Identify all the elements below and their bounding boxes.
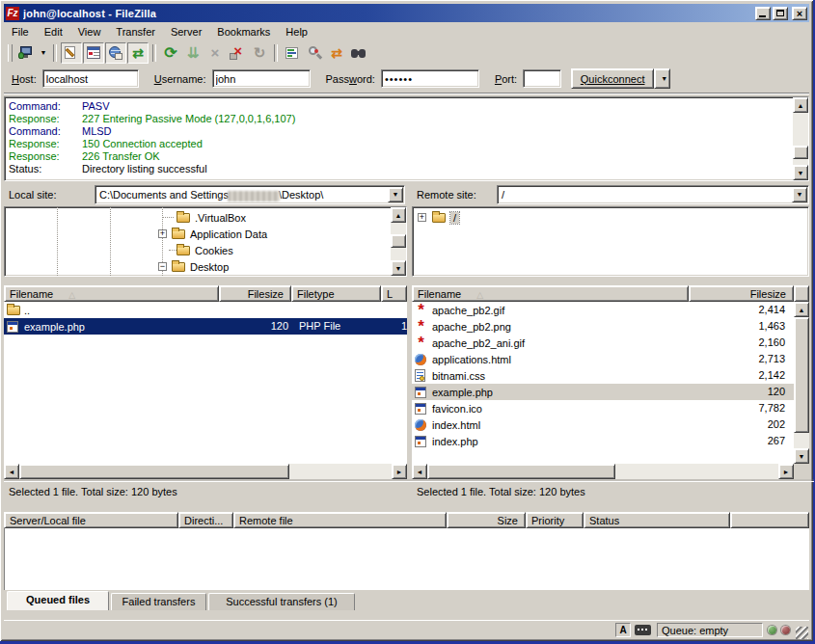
toggle-remote-tree-button[interactable] (105, 42, 126, 64)
log-scrollbar[interactable]: ▲ ▼ (793, 97, 808, 180)
local-col-filesize[interactable]: Filesize (219, 285, 291, 302)
remote-row[interactable]: * apache_pb2.gif 2,414 (412, 302, 794, 318)
queue-col-priority[interactable]: Priority (526, 512, 584, 528)
disconnect-button[interactable]: × (227, 42, 248, 64)
local-path-suffix: \Desktop\ (279, 189, 323, 201)
toggle-transfer-queue-button[interactable]: ⇄ (127, 42, 149, 64)
remote-row[interactable]: bitnami.css 2,142 (412, 367, 794, 384)
port-label: Port: (495, 73, 517, 85)
local-tree-scrollbar[interactable]: ▲ ▼ (391, 207, 406, 276)
file-name: apache_pb2.png (432, 321, 511, 333)
queue-col-status[interactable]: Status (584, 512, 730, 528)
local-row-parent-dir[interactable]: .. (4, 302, 407, 318)
scroll-thumb[interactable] (793, 146, 808, 159)
local-site-dropdown[interactable]: ▼ (388, 187, 403, 202)
queue-col-remote-file[interactable]: Remote file (233, 512, 447, 528)
scroll-left-button[interactable]: ◄ (4, 464, 19, 479)
menu-server[interactable]: Server (163, 24, 209, 40)
menu-edit[interactable]: Edit (37, 24, 70, 40)
tree-item-application-data[interactable]: + Application Data (158, 226, 267, 242)
cancel-button[interactable]: × (204, 42, 226, 64)
scroll-thumb[interactable] (427, 464, 615, 479)
remote-row[interactable]: index.html 202 (412, 416, 794, 433)
remote-hscrollbar[interactable]: ◄ ► (412, 464, 794, 479)
site-manager-dropdown[interactable]: ▼ (38, 42, 49, 64)
scroll-up-button[interactable]: ▲ (794, 302, 809, 317)
speed-limits-icon[interactable] (635, 625, 651, 635)
remote-row[interactable]: index.php 267 (412, 433, 794, 449)
local-col-filetype[interactable]: Filetype (291, 285, 381, 302)
scroll-up-button[interactable]: ▲ (793, 97, 808, 113)
toolbar-grip[interactable] (8, 44, 13, 62)
toggle-message-log-button[interactable] (61, 42, 82, 64)
scroll-down-button[interactable]: ▼ (793, 165, 808, 180)
scroll-left-button[interactable]: ◄ (412, 464, 427, 479)
remote-row-example-php[interactable]: example.php 120 (412, 384, 794, 400)
scroll-down-button[interactable]: ▼ (391, 260, 406, 276)
tree-item-root[interactable]: + / (418, 209, 459, 226)
process-queue-button[interactable]: ⇊ (182, 42, 204, 64)
menu-help[interactable]: Help (278, 24, 315, 40)
minimize-button[interactable] (755, 7, 771, 20)
quickconnect-button[interactable]: Quickconnect (571, 68, 654, 89)
password-input[interactable] (381, 69, 479, 88)
host-input[interactable] (42, 69, 139, 88)
remote-row[interactable]: * apache_pb2_ani.gif 2,160 (412, 335, 794, 351)
remote-col-filename[interactable]: Filename△ (412, 285, 689, 302)
close-button[interactable]: × (792, 7, 807, 20)
menu-bookmarks[interactable]: Bookmarks (209, 24, 278, 40)
resize-grip[interactable] (796, 627, 808, 639)
tree-item-desktop[interactable]: − Desktop (158, 258, 229, 275)
menu-view[interactable]: View (70, 24, 109, 40)
remote-site-combo[interactable]: / ▼ (497, 185, 809, 204)
tree-expander-minus[interactable]: − (158, 262, 167, 271)
local-row-example-php[interactable]: example.php 120 PHP File 1 (4, 318, 407, 335)
remote-col-filesize[interactable]: Filesize (689, 285, 794, 302)
username-input[interactable] (212, 69, 311, 88)
menu-transfer[interactable]: Transfer (108, 24, 163, 40)
filter-button[interactable] (282, 42, 303, 64)
local-site-combo[interactable]: C:\Documents and Settings\Desktop\ ▼ (95, 185, 405, 204)
local-col-filename[interactable]: Filename△ (4, 285, 219, 302)
site-manager-button[interactable] (15, 42, 37, 64)
menu-file[interactable]: File (4, 24, 37, 40)
synchronized-browsing-button[interactable]: ⇄ (326, 42, 347, 64)
local-col-lastmodified[interactable]: L (381, 285, 407, 302)
scroll-right-button[interactable]: ► (392, 464, 407, 479)
tree-expander-plus[interactable]: + (418, 213, 426, 222)
remote-row[interactable]: favicon.ico 7,782 (412, 400, 794, 416)
local-hscrollbar[interactable]: ◄ ► (4, 464, 407, 479)
tree-item-label: Desktop (190, 261, 229, 273)
tab-failed-transfers[interactable]: Failed transfers (111, 593, 206, 610)
tree-item-virtualbox[interactable]: .VirtualBox (177, 209, 246, 226)
title-bar[interactable]: Fz john@localhost - FileZilla × (4, 4, 809, 22)
host-label-accel: H (12, 73, 19, 85)
queue-col-server-local-file[interactable]: Server/Local file (4, 512, 178, 528)
maximize-button[interactable] (773, 7, 788, 20)
find-button[interactable] (348, 42, 369, 64)
quickconnect-dropdown[interactable]: ▼ (654, 68, 670, 89)
remote-vscrollbar[interactable]: ▲ ▼ (794, 302, 809, 464)
scroll-thumb[interactable] (391, 234, 406, 248)
refresh-button[interactable]: ⟳ (160, 42, 181, 64)
toggle-local-tree-button[interactable] (83, 42, 104, 64)
reconnect-button[interactable]: ↻ (249, 42, 270, 64)
tab-successful-transfers[interactable]: Successful transfers (1) (208, 593, 355, 610)
queue-col-size[interactable]: Size (447, 512, 526, 528)
scroll-thumb[interactable] (794, 317, 809, 433)
tree-expander-plus[interactable]: + (158, 229, 167, 238)
remote-row[interactable]: * apache_pb2.png 1,463 (412, 318, 794, 335)
port-input[interactable] (523, 69, 561, 88)
queue-col-direction[interactable]: Directi... (178, 512, 233, 528)
scroll-thumb[interactable] (19, 464, 289, 479)
compare-button[interactable] (304, 42, 325, 64)
scroll-right-button[interactable]: ► (778, 464, 794, 479)
data-type-indicator-icon[interactable]: A (615, 623, 631, 637)
remote-site-dropdown[interactable]: ▼ (792, 187, 807, 202)
scroll-up-button[interactable]: ▲ (391, 207, 406, 223)
tree-item-cookies[interactable]: Cookies (177, 242, 233, 258)
file-size: 1,463 (689, 318, 785, 335)
scroll-down-button[interactable]: ▼ (794, 448, 809, 464)
tab-queued-files[interactable]: Queued files (7, 591, 109, 610)
remote-row[interactable]: applications.html 2,713 (412, 351, 794, 367)
